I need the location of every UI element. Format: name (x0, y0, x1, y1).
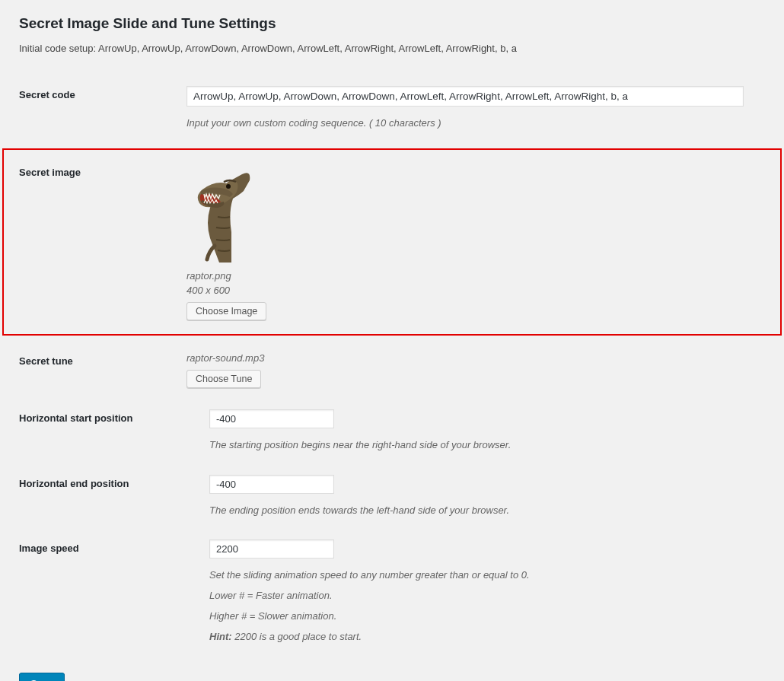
label-secret-tune: Secret tune (19, 352, 186, 367)
horizontal-end-description: The ending position ends towards the lef… (209, 503, 765, 519)
secret-image-preview (186, 164, 257, 263)
label-horizontal-start: Horizontal start position (19, 409, 209, 424)
image-speed-desc-1: Set the sliding animation speed to any n… (209, 568, 765, 584)
image-speed-input[interactable] (209, 539, 334, 558)
row-horizontal-start: Horizontal start position The starting p… (19, 399, 765, 464)
settings-form: Secret code Input your own custom coding… (19, 75, 765, 656)
page-title: Secret Image Slide and Tune Settings (19, 15, 765, 32)
horizontal-end-input[interactable] (209, 475, 334, 494)
hint-label: Hint: (209, 631, 232, 642)
image-speed-desc-2: Lower # = Faster animation. (209, 588, 765, 604)
label-secret-image: Secret image (19, 164, 186, 178)
row-horizontal-end: Horizontal end position The ending posit… (19, 464, 765, 530)
label-horizontal-end: Horizontal end position (19, 475, 209, 489)
label-secret-code: Secret code (19, 86, 186, 100)
hint-text: 2200 is a good place to start. (232, 631, 362, 642)
label-image-speed: Image speed (19, 539, 209, 554)
row-secret-tune: Secret tune raptor-sound.mp3 Choose Tune (19, 342, 765, 399)
secret-code-input[interactable] (186, 86, 744, 107)
image-speed-desc-3: Higher # = Slower animation. (209, 609, 765, 625)
intro-text: Initial code setup: ArrowUp, ArrowUp, Ar… (19, 43, 765, 54)
raptor-icon (187, 164, 256, 263)
horizontal-start-input[interactable] (209, 409, 334, 428)
save-button[interactable]: Save (19, 673, 65, 681)
svg-point-0 (226, 184, 231, 189)
horizontal-start-description: The starting position begins near the ri… (209, 438, 765, 453)
row-secret-image: Secret image (2, 148, 782, 336)
row-secret-code: Secret code Input your own custom coding… (19, 75, 765, 142)
image-speed-description: Set the sliding animation speed to any n… (209, 568, 765, 644)
secret-code-description: Input your own custom coding sequence. (… (186, 116, 765, 132)
secret-image-dimensions: 400 x 600 (186, 285, 765, 296)
choose-image-button[interactable]: Choose Image (186, 302, 266, 320)
image-speed-hint: Hint: 2200 is a good place to start. (209, 629, 765, 645)
secret-image-filename: raptor.png (186, 270, 765, 282)
secret-tune-filename: raptor-sound.mp3 (186, 352, 765, 364)
choose-tune-button[interactable]: Choose Tune (186, 370, 261, 388)
row-image-speed: Image speed Set the sliding animation sp… (19, 529, 765, 655)
